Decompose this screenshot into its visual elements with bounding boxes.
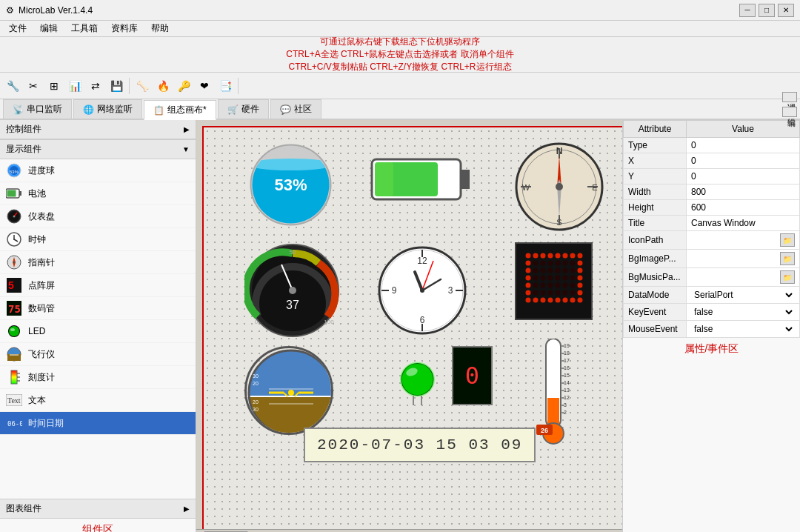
widget-thermometer[interactable]: 19 18 17 16 15 14 13 12 3 2	[535, 339, 572, 446]
menu-library[interactable]: 资料库	[105, 21, 144, 36]
attr-select-datamode[interactable]: SerialPortNetwork	[691, 289, 795, 301]
menu-help[interactable]: 帮助	[145, 21, 175, 36]
svg-rect-37	[248, 164, 333, 227]
attr-select-keyevent[interactable]: falsetrue	[691, 306, 795, 318]
attr-input-width[interactable]	[691, 187, 795, 197]
attr-input-iconpath[interactable]	[691, 235, 779, 245]
component-item-attitude[interactable]: 飞行仪	[0, 343, 196, 366]
component-item-led[interactable]: LED	[0, 320, 196, 343]
toolbar-btn-grid[interactable]: ⊞	[44, 76, 64, 96]
component-label-attitude: 飞行仪	[28, 348, 55, 361]
attr-select-mouseevent[interactable]: falsetrue	[691, 323, 795, 335]
toolbar-btn-bone[interactable]: 🦴	[133, 76, 152, 96]
attr-value-width[interactable]	[687, 184, 800, 200]
svg-point-97	[578, 290, 583, 296]
section-control-header[interactable]: 控制组件 ▶	[0, 120, 196, 139]
attr-file-btn-iconpath[interactable]: 📁	[780, 233, 795, 247]
svg-point-94	[526, 283, 531, 288]
tab-serial[interactable]: 📡 串口监听	[3, 99, 72, 119]
component-item-clock[interactable]: 时钟	[0, 228, 196, 251]
svg-text:53%: 53%	[10, 170, 19, 174]
toolbar-btn-transfer[interactable]: ⇄	[86, 76, 105, 96]
attr-input-height[interactable]	[691, 202, 795, 213]
toolbar-btn-heart[interactable]: ❤	[195, 76, 214, 96]
toolbar-btn-cut[interactable]: ✂	[24, 76, 43, 96]
maximize-button[interactable]: □	[759, 4, 775, 17]
minimize-button[interactable]: ─	[739, 4, 756, 17]
toolbar-btn-monitor[interactable]: 📊	[65, 76, 84, 96]
widget-dotmatrix[interactable]	[515, 242, 593, 320]
attr-value-x[interactable]	[687, 153, 800, 169]
canvas-scroll[interactable]: 53%	[196, 120, 622, 529]
attitude-icon	[6, 346, 22, 362]
attr-value-height[interactable]	[687, 200, 800, 216]
attr-input-title[interactable]	[691, 218, 795, 228]
title-bar-controls: ─ □ ✕	[739, 4, 794, 17]
attr-input-bgimagep___[interactable]	[691, 253, 779, 264]
component-item-text[interactable]: Text 文本	[0, 389, 196, 412]
tab-hardware[interactable]: 🛒 硬件	[218, 99, 269, 119]
attr-value-y[interactable]	[687, 169, 800, 184]
menu-edit[interactable]: 编辑	[34, 21, 64, 36]
component-item-scale[interactable]: 刻度计	[0, 366, 196, 389]
svg-text:50: 50	[290, 249, 296, 256]
tab-community[interactable]: 💬 社区	[270, 99, 321, 119]
section-display-header[interactable]: 显示组件 ▼	[0, 139, 196, 159]
toolbar-btn-doc[interactable]: 📑	[216, 76, 235, 96]
tab-canvas[interactable]: 📋 组态画布*	[144, 100, 216, 120]
section-chart-header[interactable]: 图表组件 ▶	[0, 499, 196, 519]
announce-line3: CTRL+C/V复制粘贴 CTRL+Z/Y撤恢复 CTRL+R运行组态	[6, 61, 794, 73]
attr-name-width: Width	[624, 184, 687, 200]
svg-text:15: 15	[564, 373, 570, 378]
section-display-arrow: ▼	[182, 145, 190, 153]
close-button[interactable]: ✕	[778, 4, 794, 17]
toolbar-btn-key[interactable]: 🔑	[174, 76, 193, 96]
component-item-digital-tube[interactable]: 75 数码管	[0, 297, 196, 320]
tab-network[interactable]: 🌐 网络监听	[73, 99, 142, 119]
component-item-compass[interactable]: 指南针	[0, 251, 196, 274]
widget-gauge[interactable]: 37 0 50 100	[244, 242, 341, 339]
component-item-datetime[interactable]: 06-01 时间日期	[0, 412, 196, 435]
widget-progress-ball[interactable]: 53%	[248, 142, 333, 227]
component-item-progress-ball[interactable]: 53% 进度球	[0, 159, 196, 182]
toolbar-btn-settings[interactable]: 🔧	[3, 76, 22, 96]
attr-file-btn-bgimagep___[interactable]: 📁	[780, 252, 795, 265]
edit-button[interactable]: 编辑	[782, 107, 797, 117]
component-item-battery[interactable]: 电池	[0, 182, 196, 205]
right-panel-extra: 调试 编辑	[779, 89, 800, 120]
widget-compass[interactable]: N E S W	[515, 142, 604, 231]
attr-value-type[interactable]	[687, 138, 800, 153]
svg-point-122	[563, 276, 568, 281]
toolbar-btn-save[interactable]: 💾	[107, 76, 126, 96]
menu-tools[interactable]: 工具箱	[65, 21, 104, 36]
svg-point-132	[548, 290, 553, 296]
menu-bar: 文件 编辑 工具箱 资料库 帮助	[0, 21, 800, 37]
attr-input-x[interactable]	[691, 156, 795, 166]
component-item-gauge[interactable]: 仪表盘	[0, 205, 196, 228]
sidebar-label: 组件区	[0, 519, 196, 532]
svg-text:12: 12	[417, 256, 427, 266]
attr-input-bgmusicpa___[interactable]	[691, 272, 779, 282]
widget-battery[interactable]	[370, 153, 474, 205]
widget-clock[interactable]: 12 3 6 9	[378, 246, 467, 335]
widget-attitude[interactable]: 20 30 20 30	[244, 346, 333, 435]
tab-hardware-label: 硬件	[241, 103, 259, 116]
component-item-dotmatrix[interactable]: 5 点阵屏	[0, 274, 196, 297]
widget-digital[interactable]: 0	[452, 346, 493, 405]
attr-input-y[interactable]	[691, 171, 795, 182]
attr-input-type[interactable]	[691, 140, 795, 150]
toolbar-btn-fire[interactable]: 🔥	[153, 76, 173, 96]
widget-led[interactable]	[395, 353, 439, 409]
canvas-container[interactable]: 53%	[202, 126, 622, 529]
svg-point-82	[541, 253, 546, 259]
debug-button[interactable]: 调试	[782, 92, 797, 102]
attr-value-keyevent[interactable]: falsetrue	[687, 304, 800, 321]
menu-file[interactable]: 文件	[3, 21, 33, 36]
canvas-scrollbar-h[interactable]	[196, 529, 622, 532]
attr-file-btn-bgmusicpa___[interactable]: 📁	[780, 270, 795, 284]
attr-value-title[interactable]	[687, 216, 800, 231]
svg-point-88	[526, 261, 531, 266]
widget-datetime[interactable]: 2020-07-03 15 03 09	[304, 428, 536, 462]
attr-value-datamode[interactable]: SerialPortNetwork	[687, 287, 800, 304]
attr-value-mouseevent[interactable]: falsetrue	[687, 321, 800, 338]
